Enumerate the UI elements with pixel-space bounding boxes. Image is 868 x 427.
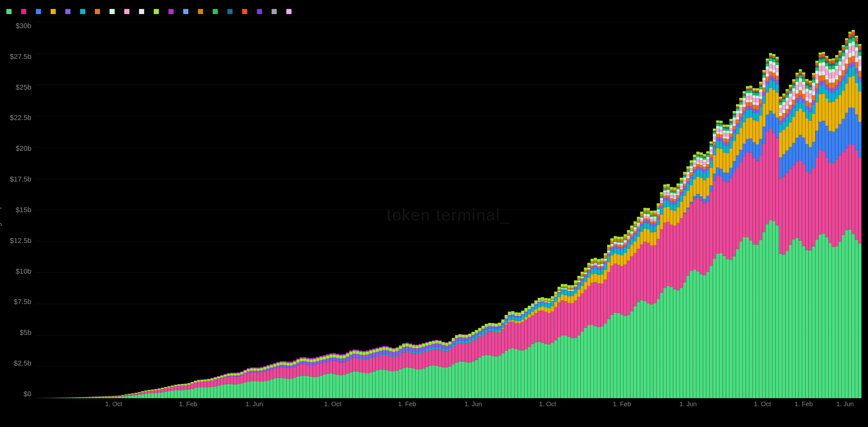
legend-item-base [51,9,58,14]
svg-rect-703 [515,313,518,315]
svg-rect-1331 [700,171,703,178]
svg-rect-1725 [792,143,795,165]
zkfair-swatch [286,9,291,14]
svg-rect-825 [561,288,564,289]
svg-rect-1674 [779,113,782,116]
svg-rect-209 [240,372,243,374]
svg-rect-169 [214,377,217,379]
svg-rect-181 [223,384,227,398]
svg-rect-1938 [842,76,845,80]
legend-item-zksync-era [80,9,87,14]
svg-rect-1942 [842,56,845,60]
svg-rect-1476 [733,130,736,133]
svg-rect-1922 [839,95,842,124]
svg-rect-847 [567,288,571,289]
svg-rect-108 [167,388,171,391]
svg-rect-1140 [653,303,657,398]
svg-rect-705 [518,323,521,350]
svg-rect-955 [600,263,604,264]
svg-rect-1479 [733,120,736,124]
svg-rect-1485 [736,249,739,398]
svg-rect-1013 [617,236,620,239]
svg-rect-935 [594,258,597,260]
svg-rect-467 [396,347,399,348]
svg-rect-1422 [719,132,722,134]
svg-rect-1856 [822,71,825,75]
svg-rect-1224 [673,197,677,199]
svg-rect-1698 [786,126,789,151]
svg-rect-145 [197,380,200,382]
svg-rect-949 [600,274,604,284]
svg-rect-1497 [736,106,739,107]
svg-rect-642 [488,332,491,355]
svg-rect-404 [363,359,366,359]
svg-rect-1234 [677,201,680,208]
svg-rect-1547 [749,102,752,106]
svg-rect-98 [158,389,161,390]
svg-rect-1590 [759,96,762,99]
svg-rect-1337 [700,156,703,158]
svg-rect-1115 [647,243,650,303]
svg-rect-997 [614,243,617,244]
svg-rect-1793 [809,251,812,398]
svg-rect-833 [564,290,567,290]
svg-rect-1709 [789,244,792,398]
svg-rect-1969 [848,47,852,53]
svg-rect-585 [462,361,465,398]
svg-rect-1208 [670,204,673,210]
svg-rect-61 [118,396,121,397]
svg-rect-484 [405,343,409,346]
svg-rect-1428 [719,121,722,123]
svg-rect-432 [379,369,382,398]
svg-rect-546 [442,367,445,398]
svg-rect-2011 [858,60,862,66]
svg-rect-1042 [627,241,630,243]
svg-rect-1744 [796,90,799,93]
svg-rect-1066 [633,233,637,235]
svg-rect-1007 [617,245,620,247]
svg-rect-1523 [742,96,746,98]
svg-rect-1173 [660,200,663,202]
svg-rect-463 [396,356,399,371]
svg-rect-1210 [670,198,673,201]
svg-rect-197 [234,377,237,385]
svg-rect-992 [614,263,617,313]
svg-rect-555 [445,346,448,349]
svg-rect-134 [187,383,191,383]
svg-rect-787 [548,301,551,301]
svg-rect-1586 [759,116,762,139]
svg-rect-578 [458,361,462,398]
svg-rect-1068 [633,230,637,231]
svg-rect-1558 [752,120,755,142]
svg-rect-767 [541,300,544,300]
svg-rect-603 [468,336,471,337]
svg-rect-1772 [802,90,805,94]
svg-rect-561 [448,344,452,348]
svg-rect-1573 [756,113,759,121]
svg-rect-1626 [769,128,772,220]
svg-rect-927 [594,274,597,282]
svg-rect-1877 [829,243,832,398]
svg-rect-1906 [835,159,838,247]
svg-rect-244 [263,367,267,370]
svg-rect-1408 [716,132,719,133]
svg-rect-882 [581,294,584,332]
svg-rect-1445 [726,172,729,182]
svg-rect-159 [207,379,211,381]
svg-rect-1163 [657,208,660,208]
svg-rect-749 [538,342,541,398]
svg-rect-23 [75,397,78,398]
svg-rect-1681 [782,255,785,398]
svg-rect-1038 [627,315,630,398]
svg-rect-1566 [752,92,755,93]
svg-rect-1358 [706,201,709,272]
svg-rect-201 [237,384,240,398]
svg-rect-1396 [713,134,716,137]
svg-rect-422 [372,356,376,357]
svg-rect-155 [204,379,207,380]
svg-rect-1702 [786,105,789,109]
svg-rect-570 [452,338,455,338]
svg-rect-870 [577,335,580,398]
svg-rect-363 [339,359,342,362]
svg-rect-70 [128,395,131,396]
